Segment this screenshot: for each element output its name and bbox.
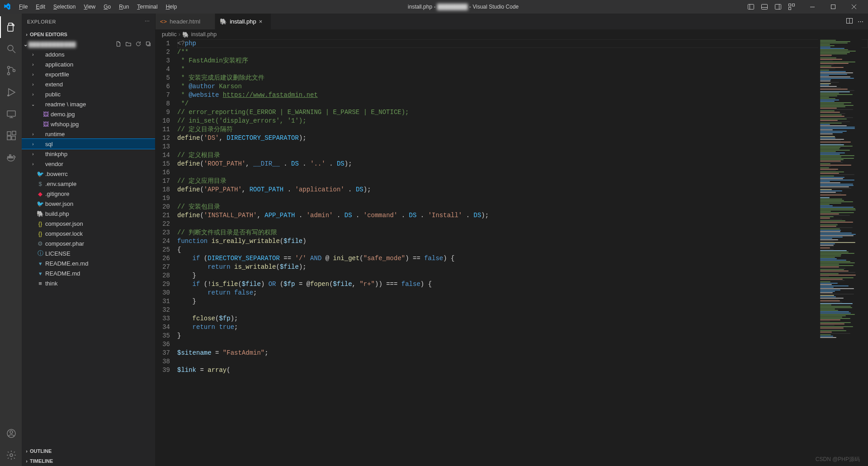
tree-item-label: application — [45, 61, 73, 68]
close-icon[interactable]: × — [259, 18, 266, 25]
tree-item-label: think — [45, 280, 57, 287]
new-folder-icon[interactable] — [125, 41, 132, 48]
workspace-folder-name: ████████████ — [28, 42, 76, 47]
activity-explorer[interactable] — [0, 16, 22, 38]
file-composer-phar[interactable]: ⚙composer.phar — [22, 238, 155, 248]
close-button[interactable] — [844, 0, 864, 14]
file-bower-json[interactable]: 🐦bower.json — [22, 199, 155, 209]
tab-header-html[interactable]: <>header.html× — [156, 14, 215, 29]
chevron-right-icon: › — [30, 132, 36, 137]
chevron-right-icon: › — [24, 448, 30, 454]
svg-rect-27 — [12, 136, 15, 140]
folder-vendor[interactable]: ›vendor — [22, 159, 155, 169]
activity-search[interactable] — [0, 38, 22, 60]
breadcrumb-part[interactable]: install.php — [191, 31, 217, 38]
file-think[interactable]: ≡think — [22, 278, 155, 288]
tab-install-php[interactable]: 🐘install.php× — [215, 14, 271, 29]
tree-item-label: readme \ image — [45, 101, 86, 108]
menu-selection[interactable]: Selection — [50, 2, 79, 12]
svg-line-16 — [13, 50, 15, 53]
file-readme-md[interactable]: ▾README.md — [22, 268, 155, 278]
activity-settings[interactable] — [0, 444, 22, 466]
open-editors-label: OPEN EDITORS — [30, 32, 67, 37]
file--gitignore[interactable]: ◆.gitignore — [22, 189, 155, 199]
tab-label: install.php — [230, 18, 256, 25]
explorer-more-icon[interactable]: ⋯ — [145, 19, 150, 24]
code-content[interactable]: <?php/** * FastAdmin安装程序 * * 安装完成后建议删除此文… — [177, 39, 868, 466]
chevron-down-icon: ⌄ — [30, 102, 36, 107]
tree-item-label: vendor — [45, 161, 63, 167]
tree-item-label: composer.json — [45, 220, 83, 227]
file--env-sample[interactable]: $.env.sample — [22, 179, 155, 189]
layout-sidebar-left-icon[interactable] — [746, 2, 756, 12]
menu-edit[interactable]: Edit — [32, 2, 49, 12]
file-demo-jpg[interactable]: 🖼demo.jpg — [22, 109, 155, 119]
layout-sidebar-right-icon[interactable] — [773, 2, 783, 12]
info-icon: ⓘ — [36, 249, 44, 257]
folder-thinkphp[interactable]: ›thinkphp — [22, 149, 155, 159]
file-composer-lock[interactable]: {}composer.lock — [22, 228, 155, 238]
svg-rect-6 — [789, 4, 791, 6]
breadcrumb-part[interactable]: public — [162, 31, 177, 38]
activity-extensions[interactable] — [0, 125, 22, 147]
open-editors-section[interactable]: › OPEN EDITORS — [22, 29, 155, 39]
folder-extend[interactable]: ›extend — [22, 79, 155, 89]
titlebar-layout-controls — [746, 2, 797, 12]
activity-remote[interactable] — [0, 103, 22, 125]
tree-item-label: composer.lock — [45, 230, 83, 237]
svg-point-34 — [10, 431, 13, 433]
folder-public[interactable]: ›public — [22, 89, 155, 99]
file-readme-en-md[interactable]: ▾README.en.md — [22, 258, 155, 268]
workspace-folder-header[interactable]: ⌄ ████████████ — [22, 39, 155, 49]
code-editor[interactable]: 1234567891011121314151617181920212223242… — [156, 39, 868, 466]
file-build-php[interactable]: 🐘build.php — [22, 209, 155, 219]
refresh-icon[interactable] — [135, 41, 142, 48]
outline-section[interactable]: › OUTLINE — [22, 446, 155, 456]
activity-accounts[interactable] — [0, 423, 22, 444]
menu-view[interactable]: View — [80, 2, 99, 12]
chevron-right-icon: › — [30, 82, 36, 87]
cog-icon: ⚙ — [36, 240, 44, 247]
menu-terminal[interactable]: Terminal — [133, 2, 161, 12]
menu-go[interactable]: Go — [100, 2, 114, 12]
svg-rect-26 — [7, 136, 11, 140]
minimap[interactable] — [818, 39, 862, 466]
folder-readme-image[interactable]: ⌄readme \ image — [22, 99, 155, 109]
img-icon: 🖼 — [42, 121, 50, 128]
svg-point-19 — [13, 70, 15, 72]
menu-run[interactable]: Run — [115, 2, 132, 12]
menu-file[interactable]: File — [15, 2, 31, 12]
maximize-button[interactable] — [823, 0, 844, 14]
timeline-section[interactable]: › TIMELINE — [22, 456, 155, 466]
php-icon: 🐘 — [182, 31, 189, 38]
customize-layout-icon[interactable] — [787, 2, 797, 12]
file--bowerrc[interactable]: 🐦.bowerrc — [22, 169, 155, 179]
layout-panel-icon[interactable] — [760, 2, 769, 12]
file-wfshop-jpg[interactable]: 🖼wfshop.jpg — [22, 119, 155, 129]
menu-help[interactable]: Help — [162, 2, 181, 12]
file-composer-json[interactable]: {}composer.json — [22, 219, 155, 228]
json-icon: {} — [36, 230, 44, 237]
svg-rect-8 — [789, 8, 791, 10]
folder-exportfile[interactable]: ›exportfile — [22, 69, 155, 79]
breadcrumb[interactable]: public›🐘install.php — [156, 29, 868, 39]
file-license[interactable]: ⓘLICENSE — [22, 248, 155, 258]
new-file-icon[interactable] — [115, 41, 122, 48]
folder-addons[interactable]: ›addons — [22, 49, 155, 59]
folder-runtime[interactable]: ›runtime — [22, 129, 155, 139]
tree-item-label: bower.json — [45, 200, 73, 207]
chevron-right-icon: › — [179, 31, 180, 38]
minimize-button[interactable] — [802, 0, 823, 14]
text-icon: ≡ — [36, 280, 44, 287]
svg-point-21 — [7, 95, 9, 96]
folder-sql[interactable]: ›sql — [22, 139, 155, 149]
activity-run-debug[interactable] — [0, 81, 22, 103]
folder-application[interactable]: ›application — [22, 59, 155, 69]
activity-docker[interactable] — [0, 147, 22, 168]
collapse-all-icon[interactable] — [145, 41, 151, 48]
split-editor-icon[interactable] — [846, 17, 853, 26]
chevron-right-icon: › — [30, 92, 36, 97]
chevron-right-icon: › — [24, 32, 30, 37]
activity-source-control[interactable] — [0, 60, 22, 81]
more-icon[interactable]: ⋯ — [858, 18, 863, 25]
